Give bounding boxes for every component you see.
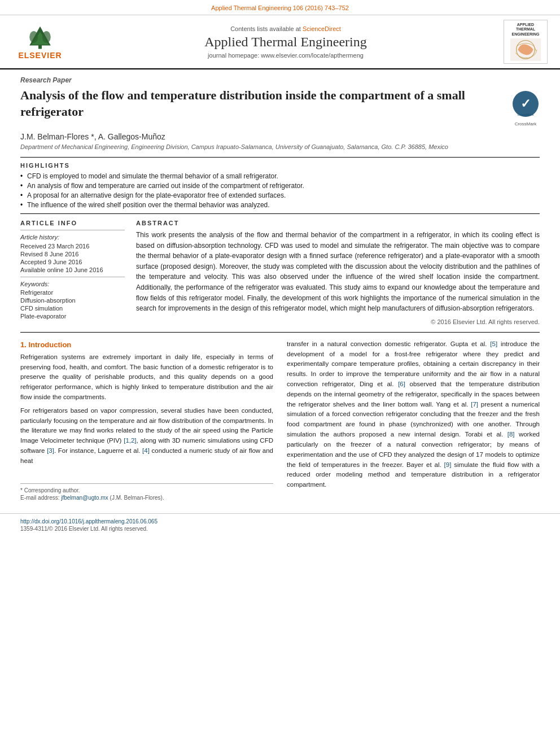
article-title-row: Analysis of the flow and temperature dis… bbox=[20, 88, 540, 126]
bottom-bar: http://dx.doi.org/10.1016/j.applthermale… bbox=[0, 513, 560, 535]
journal-logo-title: APPLIED THERMAL ENGINEERING bbox=[511, 23, 539, 37]
body-column-right: transfer in a natural convection domesti… bbox=[287, 339, 540, 501]
science-direct-link[interactable]: ScienceDirect bbox=[303, 25, 341, 32]
svg-text:CrossMark: CrossMark bbox=[517, 113, 534, 116]
journal-title: Applied Thermal Engineering bbox=[71, 34, 500, 50]
ref-link-3[interactable]: [3] bbox=[47, 447, 54, 454]
doi-link[interactable]: http://dx.doi.org/10.1016/j.applthermale… bbox=[20, 518, 540, 525]
history-received: Received 23 March 2016 bbox=[20, 243, 125, 250]
article-type-label: Research Paper bbox=[20, 76, 540, 84]
authors: J.M. Belman-Flores *, A. Gallegos-Muñoz bbox=[20, 132, 540, 141]
affiliation: Department of Mechanical Engineering, En… bbox=[20, 143, 540, 150]
crossmark-container: ✓ CrossMark CrossMark bbox=[511, 88, 540, 126]
issn-text: 1359-4311/© 2016 Elsevier Ltd. All right… bbox=[20, 526, 540, 532]
highlight-item-1: CFD is employed to model and simulate th… bbox=[20, 172, 540, 180]
journal-logo-box: APPLIED THERMAL ENGINEERING bbox=[504, 20, 548, 64]
svg-point-4 bbox=[42, 31, 51, 43]
page: Applied Thermal Engineering 106 (2016) 7… bbox=[0, 0, 560, 747]
keywords-label: Keywords: bbox=[20, 281, 125, 287]
keyword-3: CFD simulation bbox=[20, 305, 125, 312]
ref-link-7[interactable]: [7] bbox=[471, 401, 478, 408]
article-info-label: ARTICLE INFO bbox=[20, 220, 125, 226]
ref-link-5[interactable]: [5] bbox=[490, 340, 497, 347]
email-link[interactable]: jfbelman@ugto.mx bbox=[61, 495, 108, 501]
keyword-4: Plate-evaporator bbox=[20, 313, 125, 320]
svg-point-3 bbox=[29, 31, 38, 43]
body-column-left: 1. Introduction Refrigeration systems ar… bbox=[20, 339, 273, 501]
ref-link-6[interactable]: [6] bbox=[398, 381, 405, 387]
highlights-list: CFD is employed to model and simulate th… bbox=[20, 172, 540, 209]
footnotes-section: * Corresponding author. E-mail address: … bbox=[20, 483, 273, 501]
copyright-notice: © 2016 Elsevier Ltd. All rights reserved… bbox=[136, 318, 540, 325]
highlight-item-4: The influence of the wired shelf positio… bbox=[20, 201, 540, 209]
ref-link-8[interactable]: [8] bbox=[508, 431, 515, 438]
top-citation-text: Applied Thermal Engineering 106 (2016) 7… bbox=[211, 5, 349, 11]
highlights-label: HIGHLIGHTS bbox=[20, 162, 540, 169]
info-abstract-columns: ARTICLE INFO Article history: Received 2… bbox=[20, 220, 540, 325]
abstract-column: ABSTRACT This work presents the analysis… bbox=[136, 220, 540, 325]
ref-link-4[interactable]: [4] bbox=[142, 447, 150, 454]
journal-homepage: journal homepage: www.elsevier.com/locat… bbox=[71, 52, 500, 59]
highlights-divider-top bbox=[20, 157, 540, 158]
history-accepted: Accepted 9 June 2016 bbox=[20, 259, 125, 265]
intro-para-col2: transfer in a natural convection domesti… bbox=[287, 339, 540, 490]
intro-heading: 1. Introduction bbox=[20, 340, 273, 349]
info-divider-top bbox=[20, 230, 125, 230]
journal-header: ELSEVIER Contents lists available at Sci… bbox=[0, 15, 560, 69]
science-direct-label: Contents lists available at ScienceDirec… bbox=[71, 25, 500, 32]
journal-logo-right: APPLIED THERMAL ENGINEERING bbox=[500, 20, 551, 64]
journal-logo-graphic bbox=[509, 38, 542, 61]
top-citation-bar: Applied Thermal Engineering 106 (2016) 7… bbox=[0, 0, 560, 15]
body-divider bbox=[20, 332, 540, 333]
history-revised: Revised 8 June 2016 bbox=[20, 251, 125, 257]
article-info-column: ARTICLE INFO Article history: Received 2… bbox=[20, 220, 125, 325]
keyword-1: Refrigerator bbox=[20, 289, 125, 296]
intro-para-1: Refrigeration systems are extremely impo… bbox=[20, 352, 273, 403]
crossmark-icon: ✓ CrossMark bbox=[511, 90, 540, 118]
ref-link-9[interactable]: [9] bbox=[444, 461, 452, 468]
body-columns: 1. Introduction Refrigeration systems ar… bbox=[20, 339, 540, 501]
abstract-text: This work presents the analysis of the f… bbox=[136, 230, 540, 314]
info-divider-keywords bbox=[20, 277, 125, 277]
crossmark-label: CrossMark bbox=[511, 121, 540, 126]
highlight-item-2: An analysis of flow and temperature are … bbox=[20, 182, 540, 190]
svg-text:✓: ✓ bbox=[520, 97, 531, 111]
highlight-item-3: A proposal for an alternative design for… bbox=[20, 191, 540, 199]
ref-link-12[interactable]: [1,2] bbox=[124, 437, 136, 444]
journal-center: Contents lists available at ScienceDirec… bbox=[71, 25, 500, 59]
footnote-corresponding: * Corresponding author. bbox=[20, 487, 273, 493]
elsevier-logo: ELSEVIER bbox=[9, 24, 71, 60]
article-content: Research Paper Analysis of the flow and … bbox=[0, 69, 560, 508]
history-label: Article history: bbox=[20, 234, 125, 241]
elsevier-label: ELSEVIER bbox=[18, 51, 62, 60]
keyword-2: Diffusion-absorption bbox=[20, 297, 125, 304]
highlights-divider-bottom bbox=[20, 213, 540, 214]
article-title: Analysis of the flow and temperature dis… bbox=[20, 88, 511, 120]
abstract-label: ABSTRACT bbox=[136, 220, 540, 226]
intro-para-2: For refrigerators based on vapor compres… bbox=[20, 406, 273, 466]
history-available: Available online 10 June 2016 bbox=[20, 267, 125, 273]
elsevier-tree-icon bbox=[23, 24, 57, 50]
footnote-email: E-mail address: jfbelman@ugto.mx (J.M. B… bbox=[20, 495, 273, 501]
